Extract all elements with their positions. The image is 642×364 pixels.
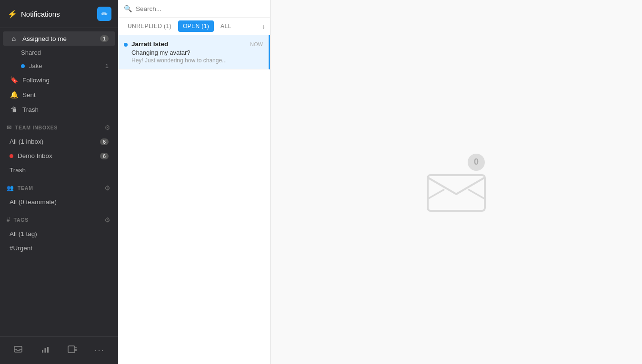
svg-rect-8 bbox=[428, 175, 485, 211]
svg-rect-1 bbox=[42, 350, 43, 353]
conversation-time: NOW bbox=[250, 41, 263, 47]
sidebar-item-following[interactable]: 🔖 Following bbox=[3, 73, 115, 87]
sidebar-header-left: ⚡ Notifications bbox=[8, 10, 60, 19]
jake-badge: 1 bbox=[105, 62, 109, 69]
sidebar-item-sent[interactable]: 🔔 Sent bbox=[3, 88, 115, 102]
tags-settings-button[interactable]: ⚙ bbox=[103, 215, 111, 225]
sidebar-item-demo-inbox[interactable]: Demo Inbox 6 bbox=[3, 149, 115, 163]
assigned-badge: 1 bbox=[100, 35, 109, 42]
inbox-section-icon: ✉ bbox=[7, 124, 12, 131]
team-inboxes-section-left: ✉ TEAM INBOXES bbox=[7, 124, 58, 131]
search-bar: 🔍 bbox=[118, 0, 270, 18]
sort-button[interactable]: ↓ bbox=[262, 22, 265, 30]
search-input[interactable] bbox=[136, 5, 264, 12]
home-icon: ⌂ bbox=[10, 35, 18, 42]
sidebar-item-shared[interactable]: Shared bbox=[3, 46, 115, 59]
team-section-icon: 👥 bbox=[7, 185, 14, 191]
empty-state: 0 bbox=[423, 154, 490, 211]
svg-rect-3 bbox=[47, 347, 49, 353]
team-inboxes-section-header: ✉ TEAM INBOXES ⚙ bbox=[0, 117, 118, 134]
trash-personal-label: Trash bbox=[22, 106, 39, 113]
bell-icon: 🔔 bbox=[10, 91, 18, 98]
sidebar-item-urgent-tag[interactable]: #Urgent bbox=[3, 241, 115, 255]
conversation-item[interactable]: Jarratt Isted NOW Changing my avatar? He… bbox=[118, 35, 270, 69]
trash-icon: 🗑 bbox=[10, 106, 18, 113]
compose-button[interactable]: ✏ bbox=[97, 7, 111, 21]
bookmark-icon: 🔖 bbox=[10, 76, 18, 84]
svg-rect-2 bbox=[45, 348, 46, 353]
team-inboxes-label: TEAM INBOXES bbox=[15, 125, 58, 130]
shared-label: Shared bbox=[21, 49, 41, 56]
conversation-header: Jarratt Isted NOW bbox=[131, 40, 263, 48]
tags-section-left: # TAGS bbox=[7, 216, 29, 223]
demo-inbox-dot bbox=[10, 154, 13, 158]
conversation-preview: Hey! Just wondering how to change... bbox=[131, 57, 263, 64]
conversation-content: Jarratt Isted NOW Changing my avatar? He… bbox=[131, 40, 263, 64]
assigned-to-me-label: Assigned to me bbox=[22, 35, 67, 42]
footer-stats-button[interactable] bbox=[36, 342, 55, 359]
sidebar-item-assigned-to-me[interactable]: ⌂ Assigned to me 1 bbox=[3, 31, 115, 46]
footer-stats-icon bbox=[40, 346, 50, 356]
sidebar-item-all-tags[interactable]: All (1 tag) bbox=[3, 227, 115, 241]
tab-open[interactable]: OPEN (1) bbox=[178, 20, 214, 32]
sidebar-item-jake[interactable]: Jake 1 bbox=[3, 59, 115, 72]
sidebar-item-trash-team[interactable]: Trash bbox=[3, 163, 115, 177]
svg-rect-4 bbox=[68, 346, 75, 353]
lightning-icon: ⚡ bbox=[8, 10, 17, 19]
tags-section-header: # TAGS ⚙ bbox=[0, 209, 118, 226]
footer-contacts-icon bbox=[68, 346, 77, 356]
sent-label: Sent bbox=[22, 91, 36, 98]
tags-section-icon: # bbox=[7, 216, 10, 223]
tab-all[interactable]: ALL bbox=[216, 20, 236, 32]
tags-label: TAGS bbox=[13, 217, 29, 223]
more-icon: ··· bbox=[95, 345, 105, 355]
tab-unreplied[interactable]: UNREPLIED (1) bbox=[123, 20, 176, 32]
sidebar-item-all-team[interactable]: All (0 teammate) bbox=[3, 195, 115, 209]
all-inboxes-label: All (1 inbox) bbox=[10, 138, 43, 145]
empty-state-icon-wrapper: 0 bbox=[423, 154, 490, 211]
following-label: Following bbox=[22, 77, 50, 84]
sidebar-item-trash-personal[interactable]: 🗑 Trash bbox=[3, 102, 115, 117]
main-content: 0 bbox=[271, 0, 642, 364]
all-inboxes-badge: 6 bbox=[100, 138, 109, 145]
sidebar: ⚡ Notifications ✏ ⌂ Assigned to me 1 Sha… bbox=[0, 0, 118, 364]
search-icon: 🔍 bbox=[124, 5, 132, 12]
urgent-tag-label: #Urgent bbox=[10, 245, 32, 252]
all-tags-label: All (1 tag) bbox=[10, 230, 37, 237]
team-section-header: 👥 TEAM ⚙ bbox=[0, 177, 118, 195]
sidebar-item-all-inboxes[interactable]: All (1 inbox) 6 bbox=[3, 135, 115, 148]
sidebar-header: ⚡ Notifications ✏ bbox=[0, 0, 118, 28]
team-inboxes-settings-button[interactable]: ⚙ bbox=[103, 123, 111, 132]
sidebar-footer: ··· bbox=[0, 336, 118, 364]
demo-inbox-badge: 6 bbox=[100, 153, 109, 159]
sort-icon: ↓ bbox=[262, 22, 265, 30]
conversation-subject: Changing my avatar? bbox=[131, 49, 263, 56]
demo-inbox-label: Demo Inbox bbox=[18, 152, 52, 159]
trash-team-label: Trash bbox=[10, 167, 26, 174]
footer-inbox-icon bbox=[13, 346, 23, 356]
conversation-list: Jarratt Isted NOW Changing my avatar? He… bbox=[118, 35, 270, 364]
pencil-icon: ✏ bbox=[101, 10, 108, 19]
all-team-label: All (0 teammate) bbox=[10, 198, 57, 206]
footer-contacts-button[interactable] bbox=[63, 342, 82, 359]
team-settings-button[interactable]: ⚙ bbox=[103, 183, 111, 193]
team-section-left: 👥 TEAM bbox=[7, 185, 33, 191]
inbox-empty-icon bbox=[423, 163, 490, 216]
tabs-bar: UNREPLIED (1) OPEN (1) ALL ↓ bbox=[118, 18, 270, 35]
jake-label: Jake bbox=[29, 62, 42, 69]
sidebar-title: Notifications bbox=[21, 10, 60, 18]
unread-indicator bbox=[124, 43, 128, 47]
middle-panel: 🔍 UNREPLIED (1) OPEN (1) ALL ↓ Jarratt I… bbox=[118, 0, 271, 364]
team-label: TEAM bbox=[18, 185, 33, 191]
sidebar-nav: ⌂ Assigned to me 1 Shared Jake 1 🔖 Follo… bbox=[0, 28, 118, 336]
jake-dot bbox=[21, 64, 25, 68]
sender-name: Jarratt Isted bbox=[131, 40, 168, 48]
footer-inbox-button[interactable] bbox=[9, 342, 28, 359]
footer-more-button[interactable]: ··· bbox=[90, 343, 110, 358]
